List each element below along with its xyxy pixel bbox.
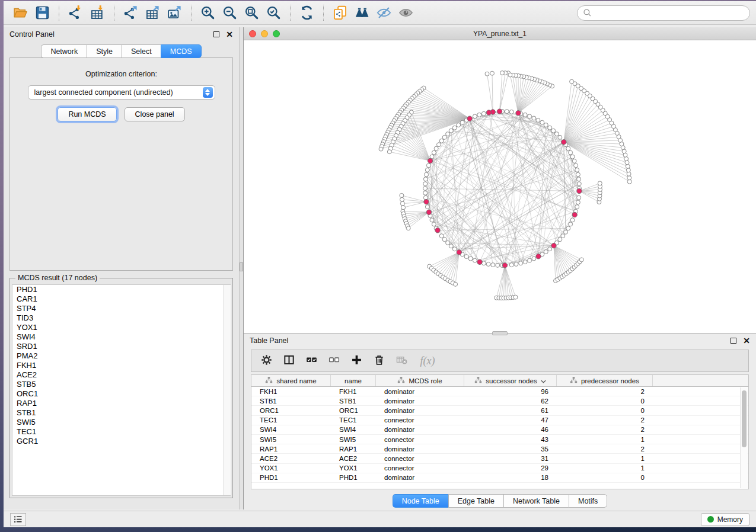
search-icon [583,8,592,17]
columns-icon [283,354,295,368]
clone-network-button[interactable] [329,4,351,23]
memory-status-icon [707,516,714,523]
table-cell: 1 [557,455,653,462]
columns-button[interactable] [279,352,299,370]
import-table-button[interactable] [87,4,109,23]
table-row[interactable]: TEC1TEC1connector472 [251,416,748,425]
tab-select[interactable]: Select [122,44,161,58]
column-header-MCDS-role[interactable]: MCDS role [376,375,464,386]
preview-button[interactable] [395,4,417,23]
table-row[interactable]: PHD1PHD1dominator180 [251,473,748,483]
memory-button[interactable]: Memory [701,513,749,526]
tab-network-table[interactable]: Network Table [503,494,569,508]
mcds-result-item[interactable]: ACE2 [12,370,230,380]
column-header-name[interactable]: name [331,375,376,386]
table-cell: connector [376,416,464,424]
add-button[interactable] [347,352,366,370]
save-button[interactable] [31,4,53,23]
search-box[interactable] [577,5,750,21]
function-button: f(x) [414,352,441,370]
table-cell: 62 [464,398,557,405]
tab-motifs[interactable]: Motifs [569,494,607,508]
zoom-fit-button[interactable] [241,4,263,23]
mcds-result-item[interactable]: STB5 [12,380,230,389]
mcds-result-item[interactable]: STP4 [12,304,230,313]
mcds-result-item[interactable]: ORC1 [12,389,230,399]
table-row[interactable]: STB1STB1dominator620 [251,396,748,406]
table-row[interactable]: ACE2ACE2connector311 [251,454,748,463]
mcds-result-item[interactable]: SWI4 [12,332,230,342]
tab-network[interactable]: Network [41,44,87,58]
zoom-in-button[interactable] [197,4,219,23]
mcds-result-item[interactable]: RAP1 [12,399,230,408]
open-button[interactable] [9,4,31,23]
vertical-splitter[interactable] [239,27,244,509]
select-all-button[interactable] [302,352,321,370]
control-panel-header: Control Panel ✕ [4,27,239,41]
export-image-button[interactable] [164,4,186,23]
close-panel-button[interactable]: Close panel [125,107,185,121]
float-table-panel-icon[interactable] [731,338,736,344]
settings-button[interactable] [257,352,276,370]
table-row[interactable]: YOX1YOX1connector291 [251,464,748,473]
mcds-result-item[interactable]: TEC1 [12,427,230,437]
mcds-result-item[interactable]: CAR1 [12,294,230,304]
table-body: FKH1FKH1dominator962STB1STB1dominator620… [251,387,748,483]
table-panel-title: Table Panel [250,336,288,345]
search-input[interactable] [595,9,744,17]
table-scrollbar-thumb[interactable] [742,390,747,447]
table-row[interactable]: FKH1FKH1dominator962 [251,387,748,396]
tab-node-table[interactable]: Node Table [393,494,448,508]
mcds-result-item[interactable]: FKH1 [12,361,230,370]
table-cell: SWI4 [331,426,376,433]
table-row[interactable]: SWI4SWI4dominator462 [251,425,748,435]
mcds-list-scrollbar[interactable] [223,285,231,495]
horizontal-splitter-handle[interactable] [492,331,508,335]
deselect-all-button[interactable] [324,352,344,370]
refresh-button[interactable] [296,4,318,23]
optimization-criterion-value: largest connected component (undirected) [34,88,173,97]
maximize-window-icon[interactable] [273,30,280,37]
mcds-result-item[interactable]: GCR1 [12,437,230,446]
settings-icon [260,354,273,368]
run-mcds-button[interactable]: Run MCDS [58,107,116,121]
network-graph[interactable] [244,40,756,333]
mcds-result-item[interactable]: SWI5 [12,418,230,427]
splitter-handle[interactable] [240,262,243,271]
tab-style[interactable]: Style [87,44,122,58]
show-hide-button[interactable] [373,4,395,23]
table-row[interactable]: ORC1ORC1dominator610 [251,406,748,415]
mcds-result-item[interactable]: YOX1 [12,323,230,332]
mcds-result-item[interactable]: PMA2 [12,351,230,361]
mcds-result-item[interactable]: TID3 [12,313,230,323]
task-history-button[interactable] [10,513,26,526]
float-panel-icon[interactable] [213,31,219,37]
close-window-icon[interactable] [249,30,256,37]
close-panel-icon[interactable]: ✕ [226,31,233,37]
import-network-button[interactable] [65,4,87,23]
tab-mcds[interactable]: MCDS [161,44,202,58]
column-header-predecessor-nodes[interactable]: predecessor nodes [557,375,653,386]
close-table-panel-icon[interactable]: ✕ [743,338,750,344]
table-cell: dominator [376,446,464,453]
table-row[interactable]: RAP1RAP1dominator352 [251,444,748,454]
toolbar-separator [114,5,114,21]
table-row[interactable]: SWI5SWI5connector431 [251,435,748,444]
mcds-result-item[interactable]: STB1 [12,408,230,418]
delete-button[interactable] [369,352,389,370]
optimization-criterion-select[interactable]: largest connected component (undirected) [28,85,215,100]
column-header-shared-name[interactable]: shared name [251,375,331,386]
column-header-successor-nodes[interactable]: successor nodes [464,375,557,386]
table-panel-header: Table Panel ✕ [244,334,756,348]
mcds-result-item[interactable]: PHD1 [12,285,230,294]
network-canvas[interactable] [244,40,756,333]
minimize-window-icon[interactable] [261,30,268,37]
table-cell: dominator [376,474,464,481]
export-network-button[interactable] [120,4,142,23]
first-neighbors-button[interactable] [351,4,373,23]
tab-edge-table[interactable]: Edge Table [448,494,503,508]
mcds-result-item[interactable]: SRD1 [12,342,230,351]
zoom-selected-button[interactable] [263,4,285,23]
export-table-button[interactable] [142,4,164,23]
zoom-out-button[interactable] [219,4,241,23]
